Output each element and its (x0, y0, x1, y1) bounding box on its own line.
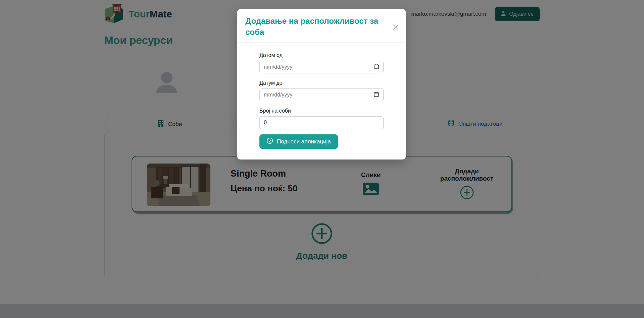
add-availability-modal: Додавање на расположливост за соба Датом… (237, 9, 406, 160)
calendar-icon[interactable] (374, 91, 379, 99)
close-icon[interactable] (391, 22, 400, 32)
modal-title: Додавање на расположливост за соба (245, 15, 387, 38)
date-to-group: Датум до mm/dd/yyyy (259, 80, 384, 101)
check-circle-icon (266, 137, 273, 146)
date-from-label: Датом од (259, 52, 384, 58)
date-from-group: Датом од mm/dd/yyyy (259, 52, 384, 73)
modal-body: Датом од mm/dd/yyyy Датум до (237, 43, 406, 160)
room-count-value: 0 (264, 120, 267, 126)
date-to-placeholder: mm/dd/yyyy (264, 92, 292, 98)
date-from-placeholder: mm/dd/yyyy (264, 64, 292, 70)
date-from-input[interactable]: mm/dd/yyyy (259, 61, 384, 73)
room-count-input[interactable]: 0 (259, 116, 384, 129)
date-to-input[interactable]: mm/dd/yyyy (259, 88, 384, 101)
modal-header: Додавање на расположливост за соба (237, 9, 406, 43)
calendar-icon[interactable] (374, 64, 379, 71)
room-count-label: Број на соби (259, 108, 384, 114)
room-count-group: Број на соби 0 (259, 108, 384, 129)
submit-application-button[interactable]: Поднеси апликација (259, 134, 338, 149)
submit-application-label: Поднеси апликација (277, 138, 331, 145)
date-to-label: Датум до (259, 80, 384, 86)
page: TourMate marko.markovski@gmail.com Одјав… (0, 0, 644, 318)
